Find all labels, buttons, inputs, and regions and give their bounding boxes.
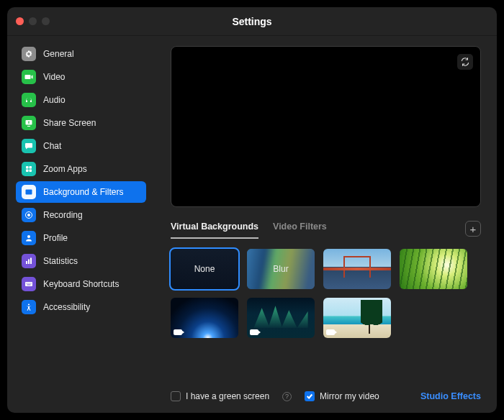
sidebar-item-chat[interactable]: Chat: [16, 135, 146, 157]
record-icon: [22, 208, 36, 222]
sidebar-item-keyboard-shortcuts[interactable]: Keyboard Shortcuts: [16, 273, 146, 295]
svg-point-6: [28, 191, 30, 192]
sidebar-item-audio[interactable]: Audio: [16, 89, 146, 111]
sidebar-item-label: Video: [43, 72, 65, 82]
svg-rect-2: [30, 166, 32, 169]
background-thumb-blur[interactable]: Blur: [247, 249, 315, 289]
svg-rect-16: [30, 283, 30, 284]
sidebar-item-label: Accessibility: [43, 302, 90, 312]
gear-icon: [22, 47, 36, 61]
settings-window: Settings GeneralVideoAudioShare ScreenCh…: [7, 7, 497, 413]
help-icon[interactable]: ?: [282, 392, 292, 401]
add-background-button[interactable]: +: [465, 221, 481, 237]
background-tabs: Virtual BackgroundsVideo Filters +: [171, 219, 481, 239]
sidebar-item-accessibility[interactable]: Accessibility: [16, 296, 146, 318]
sidebar-item-label: Zoom Apps: [43, 164, 87, 174]
background-icon: [22, 185, 36, 199]
sidebar-item-label: Profile: [43, 233, 68, 243]
video-icon: [22, 70, 36, 84]
svg-rect-15: [28, 283, 29, 284]
background-thumb-aurora[interactable]: [247, 298, 315, 338]
svg-rect-12: [30, 258, 32, 265]
tab-video-filters[interactable]: Video Filters: [273, 219, 327, 239]
sidebar-item-label: Audio: [43, 95, 66, 105]
svg-rect-10: [26, 261, 27, 264]
page-title: Settings: [232, 16, 271, 27]
sidebar-item-background-filters[interactable]: Background & Filters: [16, 181, 146, 203]
svg-rect-17: [31, 283, 32, 284]
sidebar-item-label: Background & Filters: [43, 187, 123, 197]
sidebar-item-profile[interactable]: Profile: [16, 227, 146, 249]
studio-effects-link[interactable]: Studio Effects: [420, 391, 481, 401]
background-thumb-earth[interactable]: [171, 298, 238, 338]
background-thumb-bridge[interactable]: [323, 249, 391, 289]
svg-rect-3: [26, 170, 29, 173]
maximize-icon[interactable]: [42, 17, 50, 25]
svg-point-8: [27, 214, 30, 216]
checkbox-checked-icon: [305, 391, 315, 401]
sidebar-item-label: General: [43, 49, 74, 59]
sidebar-item-statistics[interactable]: Statistics: [16, 250, 146, 272]
stats-icon: [22, 254, 36, 268]
audio-icon: [22, 93, 36, 107]
sidebar: GeneralVideoAudioShare ScreenChatZoom Ap…: [7, 36, 155, 413]
chat-icon: [22, 139, 36, 153]
svg-point-9: [27, 235, 30, 238]
video-badge-icon: [174, 329, 182, 335]
video-badge-icon: [250, 329, 258, 335]
sidebar-item-label: Keyboard Shortcuts: [43, 279, 119, 289]
sidebar-item-label: Chat: [43, 141, 61, 151]
keyboard-icon: [22, 277, 36, 291]
sidebar-item-label: Recording: [43, 210, 83, 220]
accessibility-icon: [22, 300, 36, 314]
mirror-video-label: Mirror my video: [320, 391, 379, 401]
svg-rect-14: [27, 283, 27, 284]
svg-rect-13: [25, 282, 32, 286]
video-preview: [171, 46, 481, 207]
green-screen-checkbox[interactable]: I have a green screen: [171, 391, 269, 401]
sidebar-item-share-screen[interactable]: Share Screen: [16, 112, 146, 134]
video-badge-icon: [326, 329, 335, 335]
background-thumb-none[interactable]: None: [171, 249, 238, 289]
minimize-icon[interactable]: [29, 17, 37, 25]
rotate-icon: [460, 57, 470, 67]
titlebar: Settings: [7, 7, 497, 36]
sidebar-item-zoom-apps[interactable]: Zoom Apps: [16, 158, 146, 180]
sidebar-item-label: Statistics: [43, 256, 78, 266]
apps-icon: [22, 162, 36, 176]
thumb-label: None: [194, 264, 215, 274]
checkbox-unchecked-icon: [171, 391, 181, 401]
close-icon[interactable]: [16, 17, 24, 25]
sidebar-item-label: Share Screen: [43, 118, 96, 128]
sidebar-item-recording[interactable]: Recording: [16, 204, 146, 226]
sidebar-item-general[interactable]: General: [16, 43, 146, 65]
tab-virtual-backgrounds[interactable]: Virtual Backgrounds: [171, 219, 258, 239]
share-icon: [22, 116, 36, 130]
content: GeneralVideoAudioShare ScreenChatZoom Ap…: [7, 36, 497, 413]
profile-icon: [22, 231, 36, 245]
svg-point-19: [28, 303, 30, 305]
footer-controls: I have a green screen ? Mirror my video …: [171, 385, 481, 401]
background-thumb-grass[interactable]: [400, 249, 467, 289]
background-thumb-beach[interactable]: [323, 298, 391, 338]
window-controls: [16, 17, 50, 25]
svg-rect-18: [27, 285, 31, 286]
sidebar-item-video[interactable]: Video: [16, 66, 146, 88]
green-screen-label: I have a green screen: [186, 391, 269, 401]
rotate-camera-button[interactable]: [457, 54, 473, 70]
thumb-label: Blur: [273, 264, 288, 274]
svg-rect-11: [28, 260, 30, 265]
background-grid: NoneBlur: [171, 249, 481, 338]
svg-rect-4: [30, 170, 32, 173]
main-panel: Virtual BackgroundsVideo Filters + NoneB…: [155, 36, 497, 413]
mirror-video-checkbox[interactable]: Mirror my video: [305, 391, 379, 401]
svg-rect-1: [26, 166, 29, 169]
